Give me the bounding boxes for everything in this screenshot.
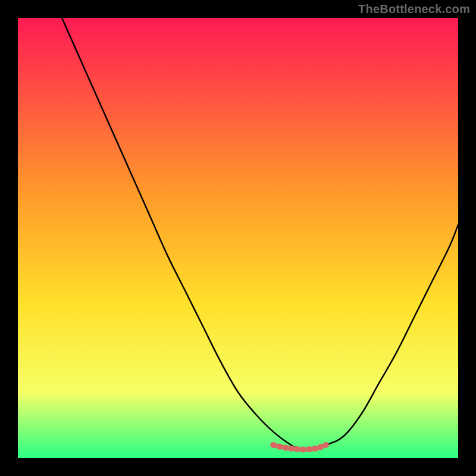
watermark-text: TheBottleneck.com <box>358 2 470 16</box>
bottleneck-chart-svg <box>18 18 458 458</box>
chart-frame: TheBottleneck.com <box>0 0 476 476</box>
plot-area <box>18 18 458 458</box>
